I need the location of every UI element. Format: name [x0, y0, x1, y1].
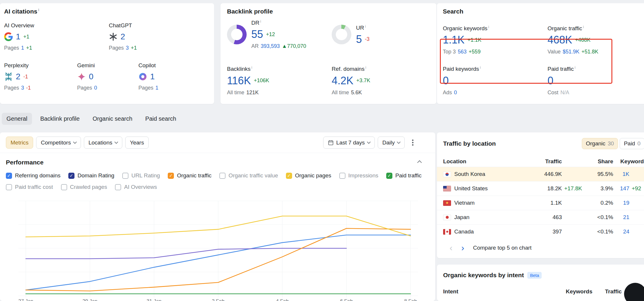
report-tabs: General Backlink profile Organic search … — [2, 113, 181, 125]
kebab-icon — [412, 142, 413, 143]
checkbox-icon — [122, 173, 128, 179]
compare-top5-link[interactable]: Compare top 5 on chart — [473, 245, 532, 251]
top3-delta: +559 — [469, 49, 481, 55]
ai-citations-card: AI citationsi AI Overview 1 +1 Pages 1 +… — [0, 3, 214, 104]
metric-checkbox[interactable]: AI Overviews — [115, 184, 157, 190]
traffic-value-link[interactable]: $51.9K — [563, 49, 579, 55]
info-icon: i — [574, 65, 575, 70]
keywords-column-header: Keywords — [557, 288, 592, 295]
ads-value-link[interactable]: 0 — [454, 90, 457, 96]
keywords-column-header: Keywords — [613, 158, 644, 165]
traffic-toggle-button[interactable]: Organic 30 — [582, 138, 618, 149]
paid-traffic-value: 0 — [548, 75, 553, 86]
checkbox-label: Organic traffic — [177, 172, 211, 179]
metric-checkboxes-row-2: Paid traffic cost Crawled pages AI Overv… — [0, 184, 435, 190]
domain-rating-metric: DRi 55 +12 AR 393,593 ▲770,070 — [227, 19, 332, 49]
ref-domains-label: Ref. domainsi — [332, 65, 431, 72]
checkbox-icon — [168, 173, 174, 179]
years-button[interactable]: Years — [125, 137, 149, 149]
backlink-profile-card: Backlink profile DRi 55 +12 AR 393,593 ▲… — [221, 3, 436, 104]
locations-dropdown[interactable]: Locations — [84, 137, 122, 149]
metric-checkbox[interactable]: Paid traffic cost — [6, 184, 53, 190]
competitors-dropdown[interactable]: Competitors — [36, 137, 81, 149]
pages-link[interactable]: 3 — [126, 45, 129, 51]
dr-donut-chart — [227, 25, 247, 44]
info-icon: i — [480, 65, 481, 70]
report-tab[interactable]: Backlink profile — [35, 113, 84, 125]
location-traffic: 397 — [522, 228, 562, 235]
location-traffic: 446.9K — [522, 171, 562, 177]
metric-checkbox[interactable]: Crawled pages — [61, 184, 107, 190]
traffic-by-location-title: Traffic by location — [443, 140, 496, 147]
tab-label: Backlink profile — [40, 115, 80, 122]
ai-citation-count: 1 — [150, 73, 155, 81]
info-icon: i — [251, 65, 252, 70]
ur-delta: -3 — [365, 36, 370, 42]
checkbox-label: Organic traffic value — [228, 172, 278, 179]
search-card: Search Organic keywordsi 1.1K +1.1K Top … — [437, 3, 644, 104]
svg-text:27 Jan: 27 Jan — [18, 298, 33, 301]
location-traffic: 1.1K — [522, 200, 562, 206]
location-row[interactable]: Japan 463 <0.1% 21 — [437, 210, 644, 224]
metric-checkbox[interactable]: Referring domains — [6, 172, 60, 179]
location-row[interactable]: United States 18.2K +17.8K 3.9% 147 +92 — [437, 181, 644, 196]
location-traffic: 18.2K — [522, 185, 562, 192]
pages-link[interactable]: 0 — [94, 85, 97, 91]
report-tab[interactable]: Paid search — [140, 113, 181, 125]
location-keywords-link[interactable]: 19 — [623, 200, 629, 206]
backlinks-label: Backlinksi — [227, 65, 332, 72]
checkbox-label: Organic pages — [295, 172, 331, 179]
location-row[interactable]: Vietnam 1.1K 0.2% 19 — [437, 196, 644, 210]
paid-traffic-label: Paid traffici — [548, 65, 644, 72]
ai-citation-item: Copilot 1 Pages 1 — [138, 62, 209, 91]
dr-delta: +12 — [266, 31, 275, 38]
checkbox-icon — [286, 173, 292, 179]
pages-label: Pages — [4, 45, 19, 51]
chevron-down-icon — [367, 140, 371, 144]
prev-page-arrow[interactable]: ‹ — [450, 243, 453, 252]
location-keywords-link[interactable]: 147 — [620, 185, 629, 191]
metric-checkbox[interactable]: URL Rating — [122, 172, 160, 179]
checkbox-label: Crawled pages — [70, 184, 107, 190]
metric-checkbox[interactable]: Organic traffic value — [219, 172, 278, 179]
svg-text:4 Feb: 4 Feb — [276, 298, 289, 301]
metric-checkbox[interactable]: Organic pages — [286, 172, 331, 179]
checkbox-label: Paid traffic — [395, 172, 421, 179]
overview-main-card: Metrics Competitors Locations Years Last… — [0, 132, 435, 301]
report-tab[interactable]: Organic search — [88, 113, 137, 125]
pages-link[interactable]: 1 — [155, 85, 158, 91]
ai-citation-item: AI Overview 1 +1 Pages 1 +1 — [4, 22, 109, 51]
metric-checkbox[interactable]: Impressions — [339, 172, 378, 179]
location-row[interactable]: South Korea 446.9K 95.5% 1K — [437, 167, 644, 181]
traffic-toggle-button[interactable]: Paid 0 — [620, 138, 644, 149]
location-traffic-delta: +17.8K — [562, 185, 590, 192]
more-options-button[interactable] — [408, 137, 418, 149]
info-icon: i — [38, 8, 39, 12]
metric-checkbox[interactable]: Paid traffic — [386, 172, 421, 179]
traffic-value-delta: +51.8K — [582, 49, 599, 55]
location-row[interactable]: Canada 397 <0.1% 24 — [437, 224, 644, 239]
collapse-chevron-icon[interactable] — [417, 160, 422, 165]
paid-keywords-value: 0 — [443, 75, 449, 86]
location-keywords-link[interactable]: 21 — [623, 214, 629, 220]
next-page-arrow[interactable]: › — [461, 243, 464, 252]
date-range-dropdown[interactable]: Last 7 days — [323, 137, 375, 149]
traffic-column-header: Traffic — [522, 158, 562, 165]
value-label: Value — [548, 49, 561, 55]
granularity-dropdown[interactable]: Daily — [378, 137, 405, 149]
checkbox-icon — [339, 173, 345, 179]
ai-citations-row-2: Perplexity 2 -1 Pages 3 -1 Gemini 0 — [4, 62, 209, 91]
pages-link[interactable]: 1 — [21, 45, 24, 51]
location-keywords-link[interactable]: 1K — [623, 171, 629, 177]
country-name: South Korea — [454, 171, 485, 177]
metrics-button[interactable]: Metrics — [6, 137, 33, 149]
pages-link[interactable]: 3 — [21, 85, 24, 91]
backlinks-value: 116K — [227, 75, 251, 86]
ar-value-link[interactable]: 393,593 — [261, 43, 280, 49]
report-tab[interactable]: General — [2, 113, 32, 125]
top3-value-link[interactable]: 563 — [458, 49, 467, 55]
location-keywords-link[interactable]: 24 — [623, 228, 629, 235]
metric-checkbox[interactable]: Domain Rating — [68, 172, 114, 179]
metric-checkbox[interactable]: Organic traffic — [168, 172, 211, 179]
organic-traffic-metric: Organic traffici 468K +468K Value $51.9K… — [548, 25, 644, 55]
